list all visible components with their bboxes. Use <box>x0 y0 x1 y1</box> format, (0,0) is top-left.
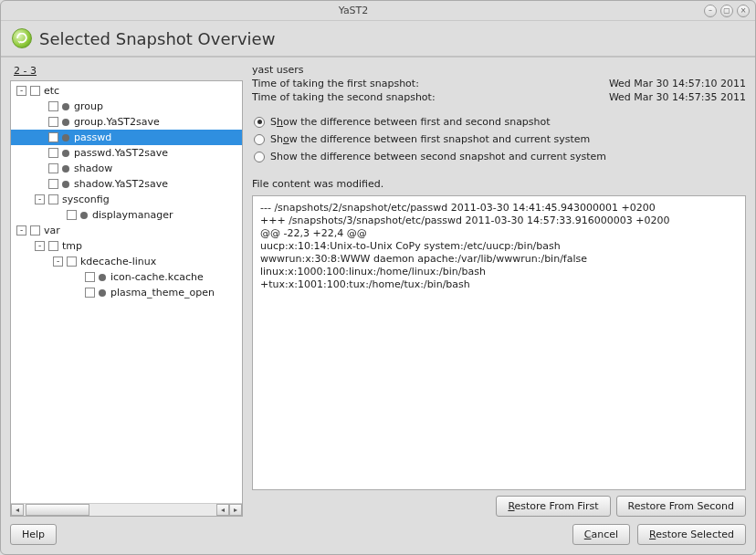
file-bullet-icon <box>62 134 69 141</box>
right-pane: yast users Time of taking the first snap… <box>252 63 746 517</box>
tree-item-label: kdecache-linux <box>80 256 156 267</box>
tree-item[interactable]: -etc <box>11 83 242 99</box>
tree-checkbox[interactable] <box>67 210 77 220</box>
tree-spacer <box>71 272 81 282</box>
titlebar[interactable]: YaST2 – ▢ × <box>1 1 755 21</box>
tree-item-label: passwd <box>74 131 111 143</box>
tree-checkbox[interactable] <box>48 117 58 127</box>
collapse-icon[interactable]: - <box>35 241 45 251</box>
scroll-thumb[interactable] <box>26 504 89 516</box>
restore-selected-button[interactable]: Restore Selected <box>637 524 746 545</box>
tree-spacer <box>35 163 45 173</box>
radio-first-current[interactable]: Show the difference between first snapsh… <box>252 131 746 148</box>
scroll-left-icon[interactable]: ◂ <box>11 504 24 516</box>
tree-item[interactable]: group.YaST2save <box>11 114 242 130</box>
page-header: Selected Snapshot Overview <box>1 21 755 58</box>
tree-item[interactable]: -kdecache-linux <box>11 254 242 269</box>
radio-icon <box>254 117 265 128</box>
minimize-icon[interactable]: – <box>704 5 717 17</box>
tree-item-label: var <box>44 225 60 236</box>
tree-item[interactable]: icon-cache.kcache <box>11 269 242 285</box>
tree-item[interactable]: -var <box>11 223 242 238</box>
collapse-icon[interactable]: - <box>16 225 26 236</box>
tree-checkbox[interactable] <box>48 148 58 158</box>
first-time-value: Wed Mar 30 14:57:10 2011 <box>609 78 746 89</box>
close-icon[interactable]: × <box>737 5 750 17</box>
tree-item-label: shadow.YaST2save <box>74 178 168 190</box>
diff-text[interactable]: --- /snapshots/2/snapshot/etc/passwd 201… <box>252 195 746 490</box>
radio-icon <box>254 152 265 162</box>
cancel-button[interactable]: Cancel <box>572 524 630 545</box>
diff-mode-radios: Show the difference between first and se… <box>252 113 746 165</box>
tree-spacer <box>53 210 63 220</box>
tree-item[interactable]: plasma_theme_open <box>11 285 242 300</box>
radio-first-second[interactable]: Show the difference between first and se… <box>252 113 746 131</box>
tree-item-label: displaymanager <box>92 209 173 221</box>
tree-item[interactable]: displaymanager <box>11 207 242 223</box>
collapse-icon[interactable]: - <box>16 86 26 96</box>
tree-checkbox[interactable] <box>48 132 58 142</box>
radio-second-current[interactable]: Show the difference between second snaps… <box>252 148 746 165</box>
tree-item-label: etc <box>44 85 59 97</box>
tree-checkbox[interactable] <box>48 241 58 251</box>
tree-item[interactable]: passwd <box>11 130 242 145</box>
tree-item-label: shadow <box>74 162 112 174</box>
snapshot-meta: yast users Time of taking the first snap… <box>252 63 746 104</box>
tree-checkbox[interactable] <box>85 272 95 282</box>
tree-item-label: plasma_theme_open <box>110 287 215 298</box>
file-bullet-icon <box>62 103 69 110</box>
tree-checkbox[interactable] <box>48 163 58 173</box>
tree-checkbox[interactable] <box>85 288 95 298</box>
tree-checkbox[interactable] <box>67 257 77 267</box>
tree-checkbox[interactable] <box>48 194 58 204</box>
tree-item[interactable]: -tmp <box>11 238 242 254</box>
restore-from-first-button[interactable]: Restore From First <box>496 496 610 517</box>
scroll-right-step-icon[interactable]: ◂ <box>216 504 229 516</box>
tree-item[interactable]: shadow <box>11 161 242 176</box>
tree-checkbox[interactable] <box>30 225 40 236</box>
file-bullet-icon <box>99 289 106 297</box>
second-time-label: Time of taking the second snapshot: <box>252 91 436 103</box>
tree-checkbox[interactable] <box>30 86 40 96</box>
window-title: YaST2 <box>6 5 700 16</box>
content: 2 - 3 -etcgroupgroup.YaST2savepasswdpass… <box>1 58 755 554</box>
tree-checkbox[interactable] <box>48 101 58 111</box>
file-bullet-icon <box>62 119 69 126</box>
tree-spacer <box>35 148 45 158</box>
footer: Help Cancel Restore Selected <box>1 517 755 554</box>
tree-item-label: icon-cache.kcache <box>110 271 204 283</box>
tree-spacer <box>35 179 45 189</box>
help-button[interactable]: Help <box>10 524 57 545</box>
collapse-icon[interactable]: - <box>53 257 63 267</box>
left-pane: 2 - 3 -etcgroupgroup.YaST2savepasswdpass… <box>10 63 243 517</box>
tree-item[interactable]: shadow.YaST2save <box>11 176 242 192</box>
snapshot-pair-label: 2 - 3 <box>10 63 243 80</box>
tree-spacer <box>35 117 45 127</box>
file-bullet-icon <box>99 274 106 281</box>
maximize-icon[interactable]: ▢ <box>720 5 733 17</box>
tree-item-label: group.YaST2save <box>74 116 160 128</box>
collapse-icon[interactable]: - <box>35 194 45 204</box>
page-title: Selected Snapshot Overview <box>39 29 275 48</box>
tree-item[interactable]: -sysconfig <box>11 192 242 207</box>
tree-item[interactable]: passwd.YaST2save <box>11 145 242 161</box>
radio-icon <box>254 134 265 145</box>
file-bullet-icon <box>62 150 69 157</box>
yast-icon <box>12 28 32 48</box>
tree-item-label: tmp <box>62 240 82 252</box>
file-bullet-icon <box>80 212 88 219</box>
tree-checkbox[interactable] <box>48 179 58 189</box>
tree-item-label: passwd.YaST2save <box>74 147 168 159</box>
app-window: YaST2 – ▢ × Selected Snapshot Overview 2… <box>0 0 756 555</box>
tree-item[interactable]: group <box>11 99 242 114</box>
tree-item-label: sysconfig <box>62 194 110 205</box>
file-bullet-icon <box>62 181 69 188</box>
diff-status-label: File content was modified. <box>252 178 746 190</box>
tree-hscrollbar[interactable]: ◂ ◂ ▸ <box>11 503 242 516</box>
snapshot-subject: yast users <box>252 64 304 76</box>
tree-spacer <box>35 132 45 142</box>
file-tree[interactable]: -etcgroupgroup.YaST2savepasswdpasswd.YaS… <box>10 80 243 517</box>
tree-item-label: group <box>74 100 103 112</box>
scroll-right-icon[interactable]: ▸ <box>229 504 242 516</box>
restore-from-second-button[interactable]: Restore From Second <box>616 496 746 517</box>
